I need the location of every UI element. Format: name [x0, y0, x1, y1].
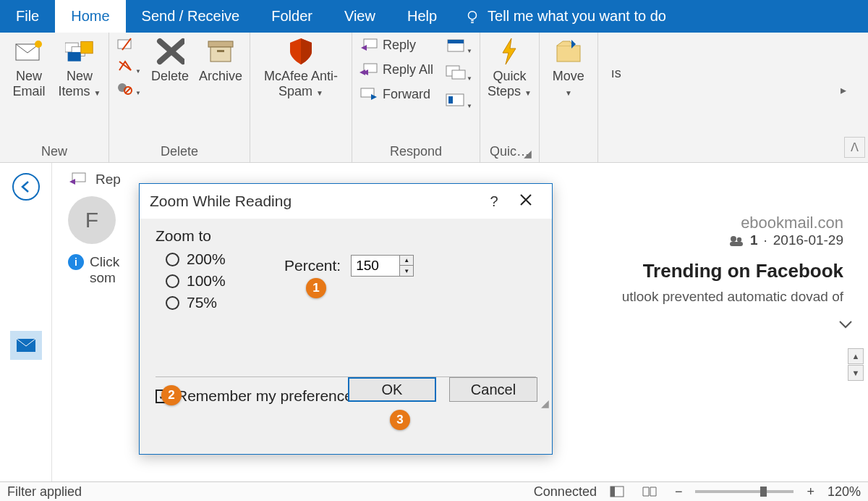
- new-items-label: New Items ▼: [59, 69, 101, 98]
- tab-help[interactable]: Help: [391, 0, 453, 33]
- dialog-title-text: Zoom While Reading: [150, 193, 292, 210]
- forward-button[interactable]: Forward: [359, 86, 433, 102]
- move-folder-icon: [554, 37, 583, 66]
- close-button[interactable]: [510, 193, 542, 210]
- ok-button[interactable]: OK: [348, 377, 436, 402]
- mcafee-label: McAfee Anti- Spam ▼: [264, 69, 338, 98]
- zoom-slider[interactable]: [695, 490, 793, 493]
- im-icon[interactable]: ▼: [445, 64, 472, 83]
- archive-icon: [206, 37, 235, 66]
- quick-steps-button[interactable]: Quick Steps ▼: [488, 37, 532, 98]
- tab-view[interactable]: View: [328, 0, 391, 33]
- radio-100-label: 100%: [187, 272, 226, 290]
- lightning-icon: [495, 37, 524, 66]
- cancel-button[interactable]: Cancel: [449, 377, 537, 402]
- dialog-launcher-icon[interactable]: ◢: [524, 148, 532, 159]
- tab-file[interactable]: File: [0, 0, 55, 33]
- vertical-scrollbar[interactable]: ▲ ▼: [848, 348, 864, 381]
- ignore-icon[interactable]: [116, 37, 141, 54]
- from-address: ebookmail.con: [728, 214, 843, 232]
- back-button[interactable]: [12, 173, 40, 201]
- tab-send-receive[interactable]: Send / Receive: [126, 0, 256, 33]
- filter-status[interactable]: Filter applied: [7, 484, 82, 500]
- recipient-count: 1: [750, 232, 758, 248]
- expand-header-icon[interactable]: [838, 319, 854, 332]
- group-new: New Email New Items ▼ New: [0, 33, 109, 162]
- new-items-button[interactable]: New Items ▼: [58, 37, 101, 98]
- group-mcafee: McAfee Anti- Spam ▼: [250, 33, 352, 162]
- reply-icon-small[interactable]: [68, 172, 87, 188]
- svg-point-2: [35, 41, 42, 48]
- meeting-icon[interactable]: ▼: [445, 37, 472, 56]
- svg-rect-21: [452, 70, 465, 79]
- zoom-out-button[interactable]: −: [671, 484, 687, 500]
- spin-up-icon[interactable]: ▲: [400, 256, 413, 266]
- tab-home[interactable]: Home: [55, 0, 125, 33]
- zoom-percent[interactable]: 120%: [827, 484, 861, 500]
- more-respond-icon[interactable]: ▼: [445, 92, 472, 111]
- forward-icon: [359, 86, 378, 102]
- group-delete-label: Delete: [116, 143, 242, 161]
- help-button[interactable]: ?: [478, 193, 510, 210]
- spin-down-icon[interactable]: ▼: [400, 266, 413, 276]
- delete-icon: [156, 37, 184, 66]
- radio-75[interactable]: 75%: [166, 294, 536, 311]
- connection-status[interactable]: Connected: [534, 484, 597, 500]
- close-icon: [519, 193, 532, 206]
- percent-input[interactable]: [352, 256, 399, 276]
- svg-rect-14: [217, 50, 224, 52]
- new-email-button[interactable]: New Email: [7, 37, 51, 98]
- shield-icon: [286, 37, 315, 66]
- move-button[interactable]: Move▼: [547, 37, 590, 98]
- tags-stub-label: ıs: [611, 37, 621, 81]
- zoom-to-label: Zoom to: [156, 227, 536, 245]
- tags-stub-button[interactable]: ıs: [605, 37, 627, 81]
- archive-button[interactable]: Archive: [199, 37, 242, 84]
- ribbon-collapse-icon[interactable]: ᐱ: [844, 137, 865, 158]
- callout-1: 1: [306, 278, 326, 298]
- folder-nav: [0, 163, 52, 481]
- svg-point-0: [469, 11, 477, 19]
- zoom-in-button[interactable]: +: [802, 484, 819, 500]
- envelope-icon: [16, 338, 36, 353]
- junk-icon[interactable]: ▼: [116, 80, 141, 98]
- view-reading-icon[interactable]: [637, 486, 662, 497]
- reply-label-stub[interactable]: Rep: [95, 172, 121, 188]
- svg-rect-12: [208, 41, 233, 47]
- callout-3: 3: [390, 410, 410, 430]
- remember-label: Remember my preference: [176, 387, 353, 405]
- view-normal-icon[interactable]: [605, 486, 629, 497]
- recipients-icon: [728, 234, 744, 247]
- forward-label: Forward: [383, 87, 430, 102]
- svg-rect-24: [557, 46, 580, 62]
- ribbon-scroll-right-icon[interactable]: ▸: [841, 83, 846, 97]
- tab-folder[interactable]: Folder: [255, 0, 328, 33]
- cleanup-icon[interactable]: ▼: [116, 59, 141, 76]
- ribbon: New Email New Items ▼ New ▼ ▼ Delete: [0, 33, 868, 163]
- percent-label: Percent:: [284, 257, 341, 274]
- dialog-titlebar[interactable]: Zoom While Reading ?: [140, 184, 552, 219]
- radio-icon: [166, 296, 179, 310]
- lightbulb-icon: [464, 9, 480, 25]
- group-respond: Reply Reply All Forward ▼ ▼ ▼ Respond: [352, 33, 480, 162]
- svg-point-27: [731, 236, 736, 242]
- group-move-label: [547, 143, 590, 161]
- radio-200-label: 200%: [187, 250, 226, 268]
- reply-button[interactable]: Reply: [359, 37, 433, 53]
- mcafee-button[interactable]: McAfee Anti- Spam ▼: [258, 37, 344, 98]
- svg-rect-31: [610, 487, 615, 497]
- scroll-down-icon[interactable]: ▼: [848, 365, 864, 381]
- zoom-slider-thumb[interactable]: [760, 487, 767, 497]
- svg-point-28: [737, 237, 741, 242]
- tell-me-search[interactable]: Tell me what you want to do: [453, 0, 666, 33]
- scroll-up-icon[interactable]: ▲: [848, 348, 864, 364]
- radio-icon: [166, 274, 179, 288]
- percent-spinner[interactable]: ▲ ▼: [351, 255, 414, 277]
- mail-nav-button[interactable]: [10, 331, 42, 360]
- resize-grip-icon[interactable]: ◢: [541, 397, 549, 409]
- reply-all-button[interactable]: Reply All: [359, 62, 433, 77]
- group-mcafee-label: [258, 143, 344, 161]
- delete-label: Delete: [151, 69, 189, 84]
- tell-me-placeholder: Tell me what you want to do: [488, 8, 666, 25]
- delete-button[interactable]: Delete: [148, 37, 192, 84]
